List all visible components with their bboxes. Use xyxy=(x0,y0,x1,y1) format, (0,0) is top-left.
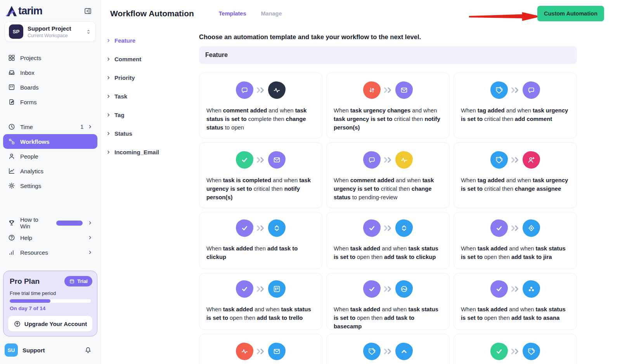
support-avatar: SU xyxy=(5,343,18,357)
notifications-bell-button[interactable] xyxy=(84,346,92,354)
automation-template-card[interactable]: When tag added and when task urgency is … xyxy=(454,142,577,208)
automation-template-card[interactable]: When tag added and when task urgency is … xyxy=(454,72,577,138)
custom-automation-button[interactable]: Custom Automation xyxy=(537,6,604,21)
basecamp-icon xyxy=(400,285,409,293)
mail-icon xyxy=(272,155,281,164)
filter-task[interactable]: Task xyxy=(106,93,199,100)
upgrade-button-label: Upgrade Your Account xyxy=(24,321,87,327)
sidebar-item-workflows[interactable]: Workflows xyxy=(3,134,97,149)
sidebar-item-boards[interactable]: Boards xyxy=(3,80,97,95)
double-chevron-icon xyxy=(510,224,520,232)
sidebar: tarim SP Support Project Current Workspa… xyxy=(0,0,101,364)
sidebar-item-projects[interactable]: Projects xyxy=(3,50,97,65)
filter-incoming_email[interactable]: Incoming_Email xyxy=(106,149,199,155)
workspace-name: Support Project xyxy=(28,25,71,32)
tab-manage[interactable]: Manage xyxy=(261,10,282,17)
support-user-row[interactable]: SU Support xyxy=(0,338,100,363)
automation-template-card[interactable] xyxy=(199,334,322,364)
double-chevron-icon xyxy=(510,348,520,355)
check-icon xyxy=(495,285,504,293)
automation-template-card[interactable] xyxy=(326,334,450,364)
filter-status[interactable]: Status xyxy=(106,130,199,137)
automation-template-card[interactable]: When comment added and when task status … xyxy=(199,72,322,138)
analytics-icon xyxy=(8,167,16,175)
sidebar-item-settings[interactable]: Settings xyxy=(3,178,97,193)
pulse-icon xyxy=(400,155,409,164)
automation-template-card[interactable]: When task added and when task status is … xyxy=(326,273,450,330)
tab-templates[interactable]: Templates xyxy=(219,10,246,17)
gear-icon xyxy=(8,182,16,190)
page-title: Workflow Automation xyxy=(110,9,194,18)
automation-template-card[interactable]: When task added and when task status is … xyxy=(454,273,577,330)
filter-label: Tag xyxy=(114,112,125,118)
automation-template-card[interactable]: When task added and when task status is … xyxy=(199,273,322,330)
board-heading: Choose an automation template and take y… xyxy=(199,33,577,41)
sidebar-item-inbox[interactable]: Inbox xyxy=(3,65,97,80)
automation-template-card[interactable]: When task urgency changes and when task … xyxy=(326,72,450,138)
person-plus-icon xyxy=(527,155,536,164)
pro-plan-card: Pro Plan Trial Free trial time period On… xyxy=(3,271,97,336)
jira-icon xyxy=(527,224,536,233)
section-banner: Feature xyxy=(199,46,577,64)
sidebar-item-label: How to Win xyxy=(20,216,48,229)
mail-icon xyxy=(272,347,281,356)
check-icon xyxy=(367,285,376,293)
pulse-icon xyxy=(272,86,281,95)
sidebar-item-label: Projects xyxy=(20,55,41,61)
chevron-right-icon xyxy=(87,235,93,240)
automation-template-card[interactable]: When task added then add task to clickup xyxy=(199,212,322,269)
check-icon xyxy=(240,224,249,233)
check-badge xyxy=(490,219,508,237)
sidebar-secondary-nav: How to WinHelpResources xyxy=(0,216,100,260)
arrows-up-down-icon xyxy=(367,86,376,95)
atarim-logo[interactable]: tarim xyxy=(5,5,42,17)
upgrade-account-button[interactable]: Upgrade Your Account xyxy=(8,316,92,331)
sidebar-item-label: Workflows xyxy=(20,138,50,145)
filter-feature[interactable]: Feature xyxy=(106,37,199,44)
sidebar-item-analytics[interactable]: Analytics xyxy=(3,164,97,178)
sidebar-item-forms[interactable]: Forms xyxy=(3,95,97,109)
sidebar-item-resources[interactable]: Resources xyxy=(3,245,97,260)
sidebar-collapse-button[interactable] xyxy=(83,6,93,16)
automation-template-card[interactable]: When task added and when task status is … xyxy=(326,212,450,269)
check-badge xyxy=(490,280,508,298)
sidebar-item-label: Boards xyxy=(20,84,39,91)
workspace-selector[interactable]: SP Support Project Current Workspace xyxy=(5,21,96,42)
asana-badge xyxy=(523,280,540,298)
sidebar-header: tarim xyxy=(0,0,100,20)
page-header: Workflow Automation TemplatesManage Cust… xyxy=(101,0,632,27)
comment-icon xyxy=(240,86,249,95)
automation-template-card[interactable] xyxy=(454,334,577,364)
filter-priority[interactable]: Priority xyxy=(106,74,199,81)
person-plus-badge xyxy=(523,151,540,169)
sidebar-nav: ProjectsInboxBoardsFormsTime1WorkflowsPe… xyxy=(0,47,100,193)
sidebar-item-help[interactable]: Help xyxy=(3,230,97,245)
workspace-avatar: SP xyxy=(9,24,23,39)
chevron-up-icon xyxy=(400,347,409,356)
filter-tag[interactable]: Tag xyxy=(106,112,199,118)
filter-label: Priority xyxy=(114,74,135,81)
chevron-right-icon xyxy=(106,75,111,80)
automation-template-card[interactable]: When comment added and when task urgency… xyxy=(326,142,450,208)
sidebar-item-how-to-win[interactable]: How to Win xyxy=(3,216,97,230)
sidebar-item-time[interactable]: Time1 xyxy=(3,119,97,134)
trial-badge[interactable]: Trial xyxy=(64,276,92,286)
asana-icon xyxy=(527,285,536,293)
chevron-right-icon xyxy=(106,57,111,62)
automation-template-card[interactable]: When task added and when task status is … xyxy=(454,212,577,269)
template-description: When task is completed and when task urg… xyxy=(199,176,322,202)
sidebar-item-label: Resources xyxy=(20,249,48,256)
trial-progress-bar xyxy=(10,299,91,303)
tag-icon xyxy=(495,155,504,164)
template-description: When comment added and when task urgency… xyxy=(327,176,449,202)
pulse-badge xyxy=(395,151,413,169)
sidebar-item-people[interactable]: People xyxy=(3,149,97,164)
sidebar-item-label: Help xyxy=(20,235,32,241)
filter-comment[interactable]: Comment xyxy=(106,56,199,62)
boards-icon xyxy=(8,83,16,91)
automation-template-card[interactable]: When task is completed and when task urg… xyxy=(199,142,322,208)
atarim-logo-mark xyxy=(5,5,18,17)
trello-badge xyxy=(268,280,286,298)
chevron-right-icon xyxy=(106,150,111,155)
sidebar-item-label: Inbox xyxy=(20,69,35,76)
